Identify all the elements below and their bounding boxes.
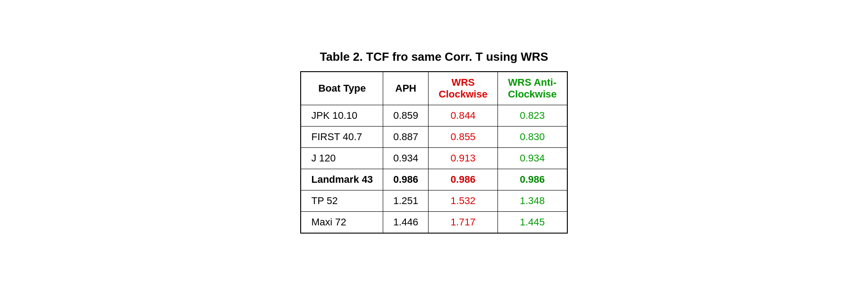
cell-aph: 1.446 xyxy=(383,211,429,233)
cell-boat-type: Maxi 72 xyxy=(301,211,383,233)
cell-wrs-acw: 1.348 xyxy=(497,190,567,211)
cell-wrs-cw: 0.986 xyxy=(429,169,498,190)
table-row: J 1200.9340.9130.934 xyxy=(301,147,567,169)
tcf-table: Boat Type APH WRS Clockwise WRS Anti- Cl… xyxy=(300,71,567,234)
cell-aph: 0.887 xyxy=(383,126,429,147)
cell-boat-type: J 120 xyxy=(301,147,383,169)
cell-boat-type: FIRST 40.7 xyxy=(301,126,383,147)
cell-wrs-acw: 0.823 xyxy=(497,105,567,126)
cell-boat-type: JPK 10.10 xyxy=(301,105,383,126)
header-wrs-acw: WRS Anti- Clockwise xyxy=(497,72,567,105)
cell-boat-type: Landmark 43 xyxy=(301,169,383,190)
cell-wrs-cw: 1.532 xyxy=(429,190,498,211)
cell-aph: 0.986 xyxy=(383,169,429,190)
cell-wrs-cw: 1.717 xyxy=(429,211,498,233)
cell-boat-type: TP 52 xyxy=(301,190,383,211)
table-title: Table 2. TCF fro same Corr. T using WRS xyxy=(320,50,548,64)
header-wrs-cw: WRS Clockwise xyxy=(429,72,498,105)
page-container: Table 2. TCF fro same Corr. T using WRS … xyxy=(300,50,567,234)
cell-wrs-acw: 0.986 xyxy=(497,169,567,190)
cell-wrs-cw: 0.855 xyxy=(429,126,498,147)
table-row: JPK 10.100.8590.8440.823 xyxy=(301,105,567,126)
table-row: Maxi 721.4461.7171.445 xyxy=(301,211,567,233)
cell-wrs-cw: 0.913 xyxy=(429,147,498,169)
table-row: TP 521.2511.5321.348 xyxy=(301,190,567,211)
cell-wrs-cw: 0.844 xyxy=(429,105,498,126)
cell-wrs-acw: 1.445 xyxy=(497,211,567,233)
table-row: FIRST 40.70.8870.8550.830 xyxy=(301,126,567,147)
cell-aph: 1.251 xyxy=(383,190,429,211)
cell-wrs-acw: 0.830 xyxy=(497,126,567,147)
header-boat-type: Boat Type xyxy=(301,72,383,105)
table-row: Landmark 430.9860.9860.986 xyxy=(301,169,567,190)
cell-aph: 0.934 xyxy=(383,147,429,169)
cell-aph: 0.859 xyxy=(383,105,429,126)
header-aph: APH xyxy=(383,72,429,105)
cell-wrs-acw: 0.934 xyxy=(497,147,567,169)
